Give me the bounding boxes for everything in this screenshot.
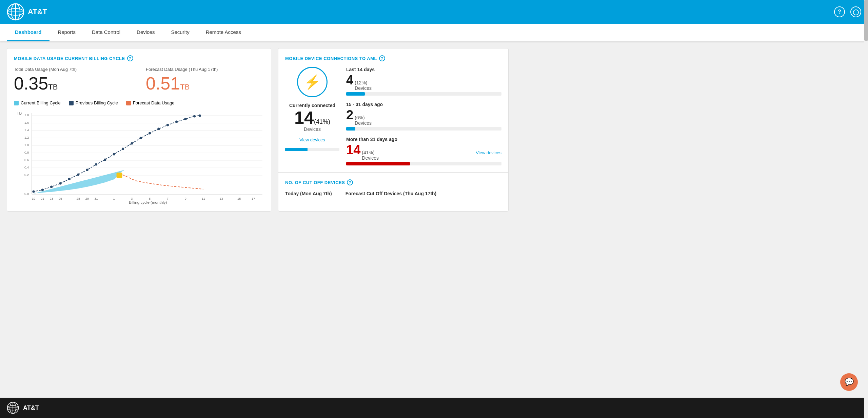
svg-point-44 bbox=[175, 121, 178, 123]
svg-point-39 bbox=[131, 142, 133, 145]
main-content: MOBILE DATA USAGE CURRENT BILLING CYCLE … bbox=[0, 41, 515, 218]
svg-text:0.6: 0.6 bbox=[24, 158, 29, 162]
svg-text:7: 7 bbox=[167, 197, 169, 200]
user-button[interactable]: ◯ bbox=[850, 6, 861, 17]
nav-reports[interactable]: Reports bbox=[50, 24, 84, 41]
data-usage-help-icon[interactable]: ? bbox=[127, 55, 133, 61]
cutoff-help-icon[interactable]: ? bbox=[347, 179, 353, 185]
legend-current-dot bbox=[14, 101, 19, 105]
svg-text:TB: TB bbox=[17, 111, 22, 115]
currently-connected-block: ⚡ Currently connected 14(41%) Devices Vi… bbox=[285, 67, 339, 165]
svg-text:23: 23 bbox=[50, 197, 53, 200]
more31-label: More than 31 days ago bbox=[346, 137, 501, 142]
legend-forecast-dot bbox=[126, 101, 131, 105]
last14-label: Last 14 days bbox=[346, 67, 501, 72]
svg-text:19: 19 bbox=[32, 197, 36, 200]
connections-help-icon[interactable]: ? bbox=[379, 55, 385, 61]
more31-progress-fill bbox=[346, 162, 410, 165]
svg-point-43 bbox=[166, 124, 169, 126]
total-usage-block: Total Data Usage (Mon Aug 7th) 0.35TB bbox=[14, 67, 132, 94]
total-usage-label: Total Data Usage (Mon Aug 7th) bbox=[14, 67, 132, 72]
nav-devices[interactable]: Devices bbox=[129, 24, 163, 41]
svg-text:31: 31 bbox=[94, 197, 98, 200]
svg-point-37 bbox=[113, 153, 115, 156]
last14-progress-fill bbox=[346, 92, 365, 96]
svg-text:1.2: 1.2 bbox=[24, 136, 29, 139]
days15-31-label: 15 - 31 days ago bbox=[346, 102, 501, 107]
data-usage-chart: TB 1.8 1.6 1.4 1.2 1.0 0.8 0.6 0.4 bbox=[14, 110, 264, 204]
connected-label: Currently connected bbox=[289, 103, 335, 108]
legend-previous-dot bbox=[69, 101, 74, 105]
svg-text:1.8: 1.8 bbox=[24, 114, 29, 117]
cutoff-labels: Today (Mon Aug 7th) Forecast Cut Off Dev… bbox=[285, 191, 501, 196]
svg-point-33 bbox=[77, 174, 79, 176]
connected-progress-fill bbox=[285, 148, 308, 151]
last14-progress bbox=[346, 92, 501, 96]
nav-dashboard[interactable]: Dashboard bbox=[7, 24, 50, 41]
nav-data-control[interactable]: Data Control bbox=[84, 24, 129, 41]
svg-point-47 bbox=[199, 115, 201, 117]
att-globe-icon bbox=[7, 3, 24, 21]
svg-marker-27 bbox=[34, 170, 125, 194]
connected-progress-bar bbox=[285, 148, 339, 151]
last14-pct: (12%) Devices bbox=[355, 80, 372, 91]
right-panel: MOBILE DEVICE CONNECTIONS TO AML ? ⚡ Cur… bbox=[278, 48, 509, 212]
svg-point-30 bbox=[50, 186, 53, 188]
cutoff-forecast-label: Forecast Cut Off Devices (Thu Aug 17th) bbox=[346, 191, 437, 196]
last14-number: 4 bbox=[346, 74, 353, 86]
svg-text:1: 1 bbox=[113, 197, 115, 200]
svg-text:1.6: 1.6 bbox=[24, 121, 29, 124]
svg-text:0.8: 0.8 bbox=[24, 151, 29, 154]
more31-number: 14 bbox=[346, 143, 360, 156]
days15-31-number: 2 bbox=[346, 108, 353, 121]
svg-text:13: 13 bbox=[219, 197, 223, 200]
more31-pct: (41%) Devices bbox=[362, 150, 379, 161]
svg-text:29: 29 bbox=[85, 197, 89, 200]
days15-31-row: 15 - 31 days ago 2 (6%) Devices bbox=[346, 102, 501, 131]
svg-point-42 bbox=[157, 128, 160, 130]
scrollbar-thumb[interactable] bbox=[864, 0, 868, 41]
total-usage-value: 0.35TB bbox=[14, 73, 132, 94]
svg-point-28 bbox=[32, 191, 35, 193]
data-usage-panel: MOBILE DATA USAGE CURRENT BILLING CYCLE … bbox=[7, 48, 271, 212]
svg-text:0.0: 0.0 bbox=[24, 192, 29, 196]
connected-stat: Currently connected 14(41%) Devices bbox=[289, 103, 335, 132]
connections-body: ⚡ Currently connected 14(41%) Devices Vi… bbox=[285, 67, 501, 165]
forecast-usage-value: 0.51TB bbox=[146, 73, 264, 94]
svg-text:1.0: 1.0 bbox=[24, 143, 29, 147]
forecast-usage-label: Forecast Data Usage (Thu Aug 17th) bbox=[146, 67, 264, 72]
svg-text:0.2: 0.2 bbox=[24, 173, 29, 177]
days15-31-progress-fill bbox=[346, 127, 355, 131]
last14-row: Last 14 days 4 (12%) Devices bbox=[346, 67, 501, 96]
days15-31-pct: (6%) Devices bbox=[355, 115, 372, 126]
svg-text:5: 5 bbox=[149, 197, 151, 200]
svg-point-45 bbox=[184, 118, 186, 120]
svg-point-41 bbox=[149, 132, 151, 135]
view-devices-link-1[interactable]: View devices bbox=[299, 137, 325, 142]
svg-point-40 bbox=[140, 137, 142, 139]
nav-security[interactable]: Security bbox=[163, 24, 197, 41]
legend-forecast: Forecast Data Usage bbox=[126, 100, 175, 105]
svg-text:1.4: 1.4 bbox=[24, 128, 29, 132]
svg-rect-48 bbox=[117, 173, 122, 178]
connected-number: 14 bbox=[294, 108, 314, 127]
connected-pct: (41%) bbox=[314, 118, 330, 125]
nav-remote-access[interactable]: Remote Access bbox=[198, 24, 249, 41]
svg-text:15: 15 bbox=[237, 197, 241, 200]
brand-logo: AT&T bbox=[7, 3, 47, 21]
svg-point-35 bbox=[95, 163, 97, 166]
lightning-icon: ⚡ bbox=[297, 67, 328, 97]
view-devices-link-2[interactable]: View devices bbox=[476, 150, 501, 155]
help-button[interactable]: ? bbox=[834, 6, 845, 17]
data-usage-title: MOBILE DATA USAGE CURRENT BILLING CYCLE … bbox=[14, 55, 264, 61]
user-icon: ◯ bbox=[853, 9, 859, 15]
chart-svg: TB 1.8 1.6 1.4 1.2 1.0 0.8 0.6 0.4 bbox=[14, 110, 264, 204]
cutoff-today-label: Today (Mon Aug 7th) bbox=[285, 191, 332, 196]
svg-text:21: 21 bbox=[41, 197, 44, 200]
svg-text:3: 3 bbox=[131, 197, 133, 200]
svg-point-32 bbox=[68, 178, 71, 180]
chart-legend: Current Billing Cycle Previous Billing C… bbox=[14, 100, 264, 105]
svg-text:Billing cycle (monthly): Billing cycle (monthly) bbox=[129, 200, 167, 204]
scrollbar[interactable] bbox=[864, 0, 868, 218]
cutoff-title: NO. OF CUT OFF DEVICES ? bbox=[285, 179, 501, 185]
